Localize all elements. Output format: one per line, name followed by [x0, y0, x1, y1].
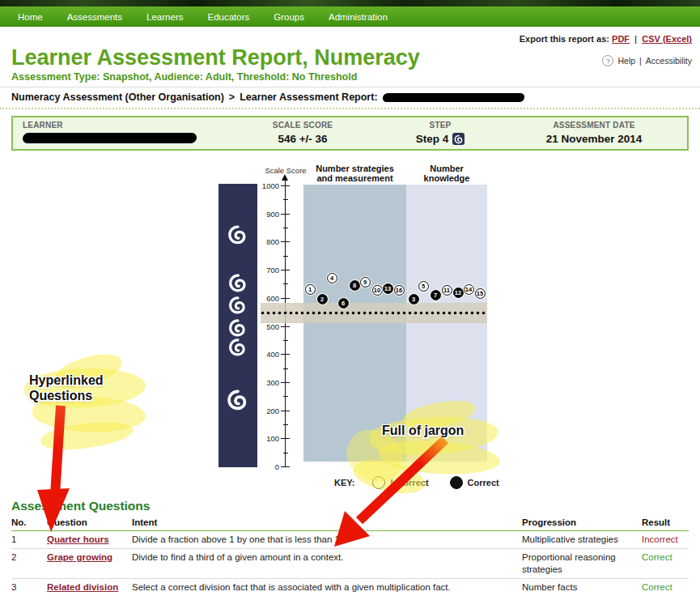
question-progression: Proportional reasoning strategies	[522, 549, 642, 579]
axis-tick-label: 300	[253, 378, 279, 387]
axis-tick-label: 100	[253, 434, 279, 443]
nav-item-educators[interactable]: Educators	[207, 12, 249, 22]
axis-tick	[281, 354, 290, 355]
question-link[interactable]: Grape growing	[47, 552, 112, 562]
chart-canvas: Scale Score 1000900800700600500400300200…	[0, 164, 700, 497]
axis-tick	[281, 298, 290, 299]
axis-minor-tick	[283, 396, 288, 397]
dotted-divider	[0, 108, 700, 109]
question-point-2: 2	[317, 294, 328, 304]
axis-minor-tick	[283, 228, 288, 228]
question-point-15: 15	[475, 288, 486, 299]
summary-header-date: ASSESSMENT DATE	[553, 121, 634, 130]
axis-tick-label: 400	[253, 350, 279, 359]
nav-item-learners[interactable]: Learners	[146, 12, 183, 22]
question-point-3: 3	[409, 294, 419, 304]
axis-tick-label: 1000	[253, 181, 279, 190]
help-separator: |	[639, 56, 642, 66]
scale-score-value: 546 +/- 36	[278, 133, 327, 145]
redacted-learner-name	[22, 133, 197, 143]
summary-header-learner: LEARNER	[23, 121, 226, 130]
column-header-number-knowledge: Number knowledge	[406, 164, 487, 183]
question-point-12: 12	[453, 287, 464, 298]
question-point-5: 5	[418, 281, 429, 292]
red-arrow-diagonal-icon	[324, 433, 457, 555]
column-header-number-strategies: Number strategies and measurement	[303, 164, 406, 183]
export-bar: Export this report as: PDF | CSV (Excel)	[520, 34, 692, 44]
axis-tick-label: 600	[253, 294, 279, 303]
question-point-7: 7	[431, 290, 441, 300]
help-question-icon[interactable]: ?	[602, 55, 613, 66]
axis-tick-label: 800	[253, 237, 279, 246]
axis-tick	[281, 270, 290, 270]
question-result: Correct	[642, 579, 689, 596]
nav-item-assessments[interactable]: Assessments	[67, 12, 122, 22]
page-title: Learner Assessment Report, Numeracy	[11, 46, 700, 70]
axis-tick	[281, 411, 290, 411]
axis-minor-tick	[283, 256, 288, 257]
assessment-date-value: 21 November 2014	[546, 133, 643, 145]
axis-tick-label: 200	[253, 407, 279, 415]
question-point-11: 11	[442, 285, 452, 296]
breadcrumb-separator: >	[229, 92, 235, 103]
annotation-text: Hyperlinked Questions	[29, 372, 171, 403]
question-point-9: 9	[360, 277, 371, 287]
axis-tick	[281, 214, 290, 215]
page-header: Export this report as: PDF | CSV (Excel)…	[0, 27, 700, 109]
col-header-result: Result	[642, 516, 689, 531]
col-header-progression: Progression	[522, 516, 642, 531]
question-row: 3Related division factSelect a correct d…	[11, 579, 689, 596]
export-csv-link[interactable]: CSV (Excel)	[642, 34, 692, 44]
axis-minor-tick	[283, 199, 288, 200]
score-dotted-line	[261, 311, 487, 315]
breadcrumb-parent-link[interactable]: Numeracy Assessment (Other Organisation)	[11, 92, 224, 103]
question-point-1: 1	[305, 284, 316, 295]
help-link[interactable]: Help	[617, 56, 635, 66]
axis-tick-label: 0	[253, 462, 279, 471]
redacted-learner-name	[382, 93, 525, 102]
red-arrow-down-icon	[32, 401, 89, 543]
breadcrumb-current: Learner Assessment Report:	[240, 92, 377, 103]
axis-tick	[281, 326, 290, 327]
step-value: Step 4	[416, 133, 449, 145]
question-no: 2	[11, 549, 47, 579]
nav-item-administration[interactable]: Administration	[329, 12, 388, 22]
question-intent: Select a correct division fact that is a…	[132, 579, 522, 596]
axis-tick	[281, 185, 290, 186]
learner-summary-box: LEARNER SCALE SCORE 546 +/- 36 STEP Step…	[11, 116, 689, 151]
page-subtitle: Assessment Type: Snapshot, Audience: Adu…	[11, 71, 700, 83]
question-progression: Number facts	[522, 579, 642, 596]
axis-tick-label: 500	[253, 322, 279, 331]
question-point-6: 6	[338, 298, 349, 309]
question-progression: Multiplicative strategies	[522, 531, 642, 549]
main-nav: HomeAssessmentsLearnersEducatorsGroupsAd…	[0, 6, 700, 27]
axis-minor-tick	[283, 340, 288, 341]
axis-tick	[281, 241, 290, 242]
axis-minor-tick	[283, 424, 288, 425]
axis-tick	[281, 466, 290, 467]
koru-step-icon[interactable]	[452, 133, 465, 145]
axis-tick	[281, 382, 290, 383]
export-pdf-link[interactable]: PDF	[612, 34, 630, 44]
summary-header-step: STEP	[430, 121, 452, 130]
question-result: Correct	[642, 549, 689, 579]
nav-item-groups[interactable]: Groups	[274, 12, 304, 22]
question-point-14: 14	[464, 284, 474, 295]
breadcrumb: Numeracy Assessment (Other Organisation)…	[11, 92, 689, 103]
question-point-13: 13	[383, 283, 393, 294]
banner-photo-strip	[0, 0, 700, 6]
axis-tick	[281, 438, 290, 439]
export-separator: |	[634, 34, 637, 44]
question-point-4: 4	[327, 273, 337, 283]
summary-header-scale-score: SCALE SCORE	[273, 121, 333, 130]
question-link[interactable]: Related division fact	[47, 582, 118, 596]
nav-item-home[interactable]: Home	[18, 12, 43, 22]
axis-minor-tick	[283, 453, 288, 453]
question-result: Incorrect	[642, 531, 689, 549]
question-point-16: 16	[394, 285, 405, 296]
axis-minor-tick	[283, 368, 288, 369]
accessibility-link[interactable]: Accessibility	[646, 56, 692, 66]
header-divider	[0, 87, 700, 87]
axis-tick-label: 900	[253, 210, 279, 219]
help-bar: ? Help | Accessibility	[602, 55, 692, 66]
